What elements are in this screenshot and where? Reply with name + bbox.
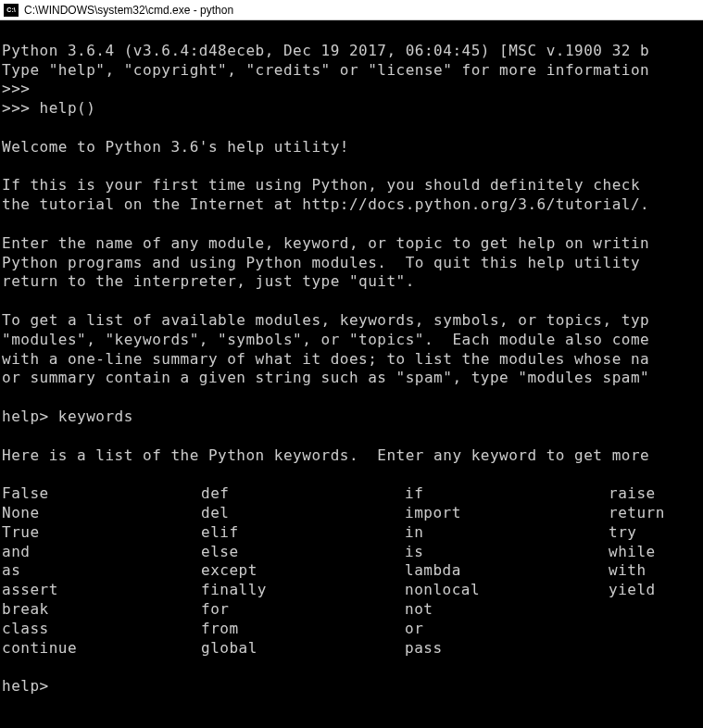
title-bar[interactable]: C:\WINDOWS\system32\cmd.exe - python: [0, 0, 703, 20]
keywords-col4: raise return try while with yield: [609, 484, 665, 658]
help-para3-line3: with a one-line summary of what it does;…: [2, 350, 649, 368]
cmd-icon: [4, 4, 19, 17]
help-para1-line1: If this is your first time using Python,…: [2, 176, 649, 194]
keywords-col1: False None True and as assert break clas…: [2, 484, 201, 658]
help-para2-line1: Enter the name of any module, keyword, o…: [2, 234, 649, 252]
help-para3-line1: To get a list of available modules, keyw…: [2, 311, 649, 329]
help-para2-line2: Python programs and using Python modules…: [2, 254, 649, 271]
python-banner-line1: Python 3.6.4 (v3.6.4:d48eceb, Dec 19 201…: [2, 42, 649, 59]
window-title: C:\WINDOWS\system32\cmd.exe - python: [24, 4, 233, 17]
help-para3-line4: or summary contain a given string such a…: [2, 369, 649, 386]
prompt-empty: >>>: [2, 80, 30, 97]
help-para2-line3: return to the interpreter, just type "qu…: [2, 272, 415, 290]
help-welcome: Welcome to Python 3.6's help utility!: [2, 138, 349, 156]
keywords-table: False None True and as assert break clas…: [2, 484, 703, 658]
help-prompt-keywords: help> keywords: [2, 408, 133, 425]
prompt-help-call: >>> help(): [2, 99, 95, 117]
help-prompt-waiting: help>: [2, 677, 49, 695]
help-para3-line2: "modules", "keywords", "symbols", or "to…: [2, 331, 649, 348]
python-banner-line2: Type "help", "copyright", "credits" or "…: [2, 61, 649, 79]
help-para1-line2: the tutorial on the Internet at http://d…: [2, 195, 649, 213]
keywords-col3: if import in is lambda nonlocal not or p…: [405, 484, 609, 658]
terminal-output[interactable]: Python 3.6.4 (v3.6.4:d48eceb, Dec 19 201…: [0, 20, 703, 697]
keywords-intro: Here is a list of the Python keywords. E…: [2, 446, 649, 464]
keywords-col2: def del elif else except finally for fro…: [201, 484, 405, 658]
